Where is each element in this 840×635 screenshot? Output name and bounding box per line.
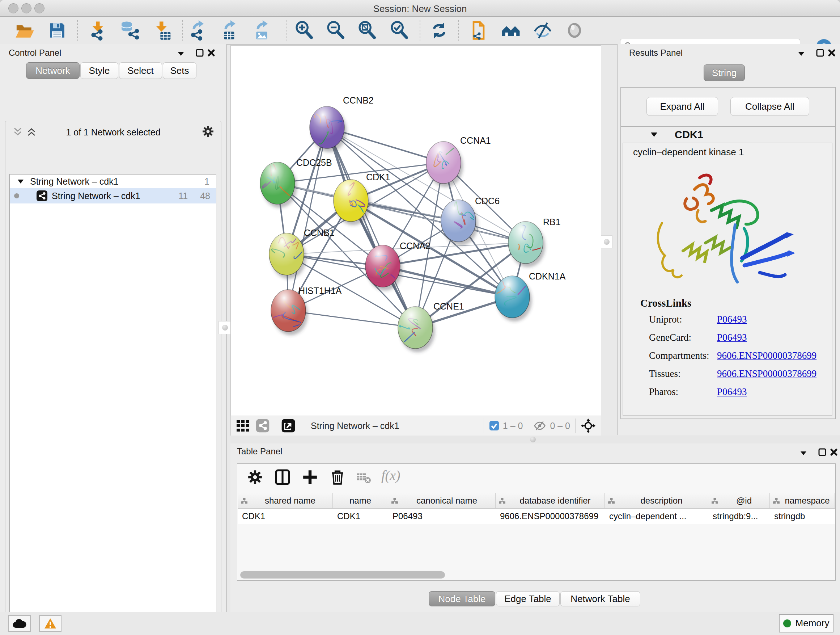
network-options-gear-icon[interactable] <box>202 125 215 138</box>
node-RB1[interactable]: RB1 <box>508 217 561 267</box>
panel-menu-caret-icon[interactable] <box>799 448 808 457</box>
node-CDC25B[interactable]: CDC25B <box>260 157 332 208</box>
column-header-shared-name[interactable]: shared name <box>238 493 333 508</box>
edge-CCNB2-CCNE1[interactable] <box>327 127 415 328</box>
cell-description[interactable]: cyclin–dependent ... <box>605 509 708 524</box>
import-network-database-button[interactable] <box>118 20 139 41</box>
panel-close-icon[interactable] <box>827 49 836 57</box>
tree-expander-icon[interactable] <box>17 179 24 184</box>
tab-select[interactable]: Select <box>119 62 162 79</box>
entry-header[interactable]: CDK1 <box>621 127 835 143</box>
tab-sets[interactable]: Sets <box>163 62 196 79</box>
tab-network[interactable]: Network <box>26 62 80 79</box>
birdseye-view-icon[interactable] <box>581 418 596 433</box>
cell-name[interactable]: CDK1 <box>333 509 388 524</box>
node-HIST1H1A[interactable]: HIST1H1A <box>264 286 342 335</box>
tab-network-table[interactable]: Network Table <box>561 591 640 606</box>
add-column-icon[interactable] <box>302 469 318 486</box>
crosslink-link-tissues[interactable]: 9606.ENSP00000378699 <box>717 368 816 379</box>
delete-column-icon[interactable] <box>329 469 346 486</box>
node-CDKN1A[interactable]: CDKN1A <box>490 271 566 321</box>
zoom-fit-button[interactable] <box>357 20 377 41</box>
hidden-elements-icon[interactable] <box>533 420 546 431</box>
export-table-button[interactable] <box>221 20 241 41</box>
clear-table-icon[interactable] <box>356 469 371 486</box>
cell-canonical-name[interactable]: P06493 <box>388 509 496 524</box>
split-columns-icon[interactable] <box>274 469 291 486</box>
panel-float-icon[interactable] <box>816 49 824 57</box>
edge-CCNB2-HIST1H1A[interactable] <box>288 127 327 310</box>
cell-namespace[interactable]: stringdb <box>770 509 835 524</box>
table-row[interactable]: CDK1CDK1P064939606.ENSP00000378699cyclin… <box>238 509 835 524</box>
zoom-in-button[interactable] <box>294 20 314 41</box>
open-session-button[interactable] <box>14 20 35 41</box>
right-splitter-handle[interactable] <box>601 235 613 249</box>
export-network-button[interactable] <box>189 20 209 41</box>
panel-float-icon[interactable] <box>818 448 827 456</box>
node-CCNB2[interactable]: CCNB2 <box>309 95 374 152</box>
string-network-icon <box>36 190 47 201</box>
panel-close-icon[interactable] <box>829 448 838 456</box>
column-header-@id[interactable]: @id <box>708 493 770 508</box>
cell-@id[interactable]: stringdb:9... <box>708 509 770 524</box>
node-label-CCNA1: CCNA1 <box>460 135 491 146</box>
first-neighbors-button[interactable] <box>501 20 521 41</box>
new-network-from-selection-button[interactable] <box>469 20 489 41</box>
column-header-namespace[interactable]: namespace <box>770 493 835 508</box>
toolbar-separator <box>182 20 183 41</box>
scrollbar-thumb[interactable] <box>240 571 445 578</box>
table-gear-icon[interactable] <box>247 469 264 486</box>
crosslink-link-uniprot[interactable]: P06493 <box>717 314 747 325</box>
save-session-button[interactable] <box>47 20 67 41</box>
open-in-new-window-icon[interactable] <box>280 418 296 433</box>
zoom-selected-button[interactable] <box>389 20 409 41</box>
collapse-all-button[interactable]: Collapse All <box>730 97 809 116</box>
node-CCNB1[interactable]: CCNB1 <box>269 228 335 279</box>
hide-selected-button[interactable] <box>532 20 553 41</box>
warning-button[interactable] <box>39 615 62 632</box>
horizontal-scrollbar[interactable] <box>238 570 835 580</box>
left-splitter-handle[interactable] <box>218 321 232 334</box>
cloud-button[interactable] <box>8 615 31 632</box>
network-view[interactable]: CCNB2 CCNA1 CDC25B CDK1 CDC6 RB1 CCNB1 <box>231 45 601 416</box>
function-builder-icon[interactable]: f(x) <box>381 467 401 483</box>
export-image-icon <box>253 20 273 41</box>
cell-database-identifier[interactable]: 9606.ENSP00000378699 <box>496 509 605 524</box>
panel-menu-caret-icon[interactable] <box>797 49 806 58</box>
column-header-canonical-name[interactable]: canonical name <box>388 493 496 508</box>
entry-collapse-icon[interactable] <box>650 131 658 138</box>
grid-view-icon[interactable] <box>237 420 249 432</box>
expand-all-button[interactable]: Expand All <box>646 97 718 116</box>
column-header-name[interactable]: name <box>333 493 388 508</box>
node-CCNA1[interactable]: CCNA1 <box>426 135 491 187</box>
crosslink-link-pharos[interactable]: P06493 <box>717 386 747 397</box>
column-header-database-identifier[interactable]: database identifier <box>496 493 605 508</box>
import-network-file-button[interactable] <box>88 20 109 41</box>
panel-float-icon[interactable] <box>195 49 204 57</box>
string-panel-icon[interactable] <box>256 418 270 433</box>
network-graph[interactable]: CCNB2 CCNA1 CDC25B CDK1 CDC6 RB1 CCNB1 <box>231 46 601 416</box>
tab-style[interactable]: Style <box>80 62 118 79</box>
protein-structure-image <box>652 167 797 294</box>
crosslink-link-genecard[interactable]: P06493 <box>717 332 747 343</box>
crosslink-link-compartments[interactable]: 9606.ENSP00000378699 <box>717 350 816 361</box>
column-header-description[interactable]: description <box>605 493 708 508</box>
tab-edge-table[interactable]: Edge Table <box>496 591 560 606</box>
tab-node-table[interactable]: Node Table <box>429 591 495 606</box>
panel-menu-caret-icon[interactable] <box>177 49 185 58</box>
apply-layout-button[interactable] <box>429 20 449 41</box>
network-collection-row[interactable]: String Network – cdk1 1 <box>10 174 216 188</box>
panel-close-icon[interactable] <box>207 49 216 57</box>
export-image-button[interactable] <box>253 20 273 41</box>
cell-shared-name[interactable]: CDK1 <box>238 509 333 524</box>
zoom-out-button[interactable] <box>325 20 346 41</box>
node-CCNA2[interactable]: CCNA2 <box>365 241 431 291</box>
show-all-button[interactable] <box>564 20 584 41</box>
memory-button[interactable]: Memory <box>779 614 834 632</box>
selected-nodes-checkbox[interactable] <box>489 421 499 431</box>
node-CDC6[interactable]: CDC6 <box>441 196 500 245</box>
import-table-button[interactable] <box>152 20 172 41</box>
tab-string[interactable]: String <box>704 65 745 81</box>
bottom-splitter[interactable] <box>231 435 840 443</box>
network-row[interactable]: String Network – cdk1 11 48 <box>10 188 216 203</box>
